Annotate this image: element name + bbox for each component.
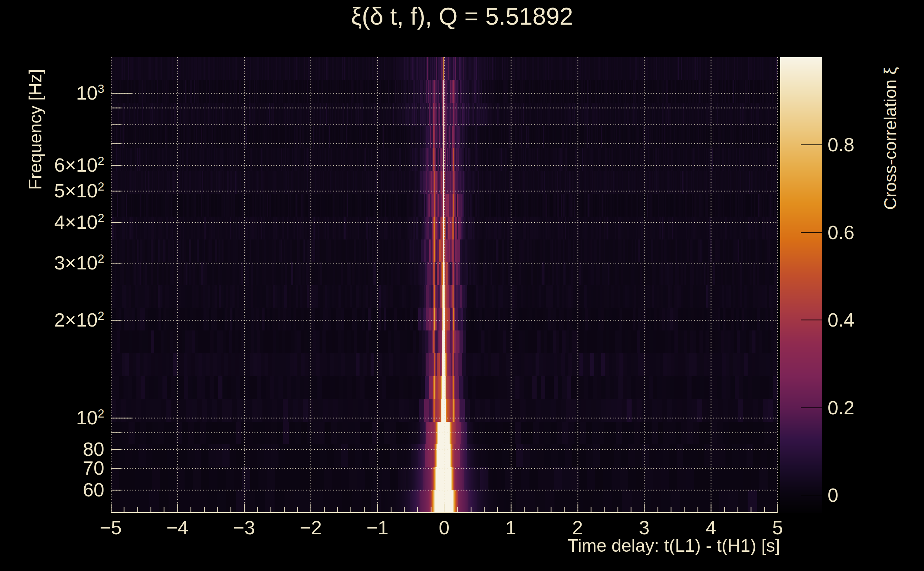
chart-title: ξ(δ t, f), Q = 5.51892 — [0, 1, 924, 31]
y-tick-label: 4×102 — [0, 211, 104, 232]
colorbar-tick-label: 0 — [828, 485, 838, 505]
y-tick-label: 70 — [0, 457, 104, 478]
y-tick-label: 3×102 — [0, 252, 104, 273]
y-tick-label: 60 — [0, 479, 104, 500]
y-tick-label: 80 — [0, 438, 104, 459]
x-tick-label: −3 — [233, 517, 255, 538]
colorbar-tick-label: 0.4 — [828, 309, 854, 330]
colorbar-canvas — [780, 57, 822, 513]
y-tick-label: 6×102 — [0, 154, 104, 175]
x-tick-label: 4 — [706, 517, 716, 538]
figure: ξ(δ t, f), Q = 5.51892 1036×1025×1024×10… — [0, 0, 924, 571]
x-tick-label: 2 — [572, 517, 583, 538]
y-axis-title: Frequency [Hz] — [25, 69, 46, 190]
x-tick-label: −5 — [100, 517, 122, 538]
x-tick-label: −4 — [166, 517, 189, 538]
colorbar-tick-label: 0.8 — [828, 134, 854, 155]
x-tick-label: −2 — [300, 517, 322, 538]
x-tick-label: 5 — [772, 517, 783, 538]
colorbar-tick-label: 0.6 — [828, 222, 854, 243]
x-tick-label: −1 — [366, 517, 388, 538]
colorbar-title: Cross-correlation ξ — [881, 67, 900, 210]
x-tick-label: 3 — [639, 517, 649, 538]
heatmap-plot-canvas — [111, 57, 777, 513]
y-tick-label: 5×102 — [0, 180, 104, 201]
y-tick-label: 102 — [0, 407, 104, 428]
x-tick-label: 0 — [439, 517, 450, 538]
x-tick-label: 1 — [505, 517, 516, 538]
colorbar-tick-label: 0.2 — [828, 397, 854, 418]
x-axis-title: Time delay: t(L1) - t(H1) [s] — [0, 536, 780, 556]
y-tick-label: 103 — [0, 82, 104, 103]
y-tick-label: 2×102 — [0, 309, 104, 330]
